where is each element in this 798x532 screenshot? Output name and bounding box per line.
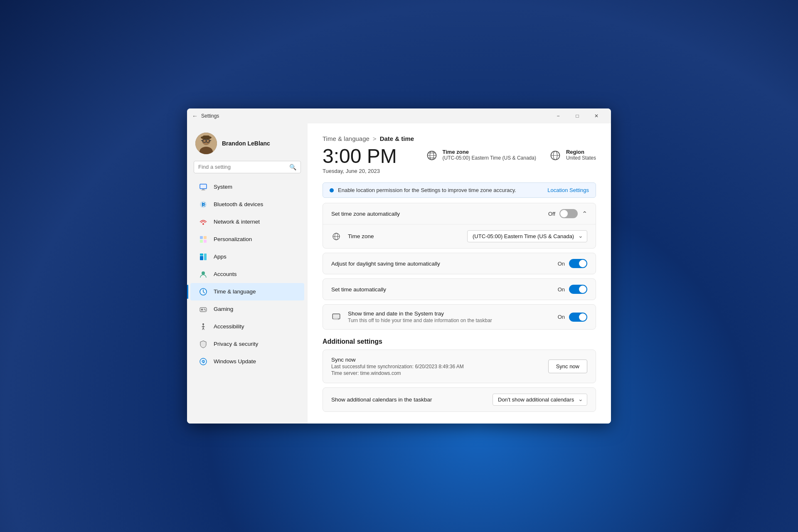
daylight-label: Adjust for daylight saving time automati…: [331, 261, 551, 267]
calendar-select[interactable]: Don't show additional calendars: [493, 394, 587, 406]
system-tray-control: On: [558, 313, 587, 322]
sync-now-button[interactable]: Sync now: [548, 360, 587, 373]
system-tray-toggle[interactable]: [569, 313, 587, 322]
sidebar-item-time-language[interactable]: Time & language: [190, 283, 304, 300]
sidebar-label-accessibility: Accessibility: [214, 323, 244, 330]
sidebar-label-gaming: Gaming: [214, 306, 233, 312]
timezone-select[interactable]: (UTC-05:00) Eastern Time (US & Canada): [467, 230, 587, 242]
sidebar-label-update: Windows Update: [214, 358, 256, 365]
set-time-row: Set time automatically On: [323, 279, 596, 300]
system-tray-icon: [331, 312, 341, 322]
sidebar-label-privacy: Privacy & security: [214, 341, 258, 347]
time-display: 3:00 PM Tuesday, June 20, 2023: [323, 145, 426, 175]
set-time-state: On: [558, 286, 565, 293]
gaming-icon: [199, 305, 208, 314]
system-tray-sublabel: Turn this off to hide your time and date…: [348, 318, 551, 323]
set-time-text: Set time automatically: [331, 286, 551, 293]
set-time-toggle[interactable]: [569, 285, 587, 294]
svg-rect-11: [200, 184, 207, 189]
calendar-row: Show additional calendars in the taskbar…: [323, 387, 596, 412]
back-button[interactable]: ←: [192, 113, 198, 119]
timezone-text: Time zone (UTC-05:00) Eastern Time (US &…: [443, 149, 536, 161]
svg-point-23: [202, 271, 205, 275]
breadcrumb-parent[interactable]: Time & language: [323, 135, 369, 142]
avatar: [195, 133, 217, 154]
svg-point-45: [338, 318, 339, 320]
personalization-icon: [199, 235, 208, 244]
auto-timezone-text: Set time zone automatically: [331, 211, 542, 217]
sidebar-item-accessibility[interactable]: Accessibility: [190, 318, 304, 335]
globe-icon: [426, 150, 438, 161]
sidebar-item-accounts[interactable]: Accounts: [190, 266, 304, 283]
svg-point-15: [202, 223, 204, 225]
bluetooth-icon: [199, 200, 208, 209]
search-input[interactable]: [198, 164, 286, 170]
current-date: Tuesday, June 20, 2023: [323, 168, 426, 174]
system-tray-text: Show time and date in the System tray Tu…: [348, 310, 551, 323]
sidebar-item-system[interactable]: System: [190, 178, 304, 196]
banner-left: Enable location permission for the Setti…: [330, 187, 516, 193]
calendar-dropdown[interactable]: Don't show additional calendars: [493, 394, 587, 406]
region-icon: [549, 150, 561, 161]
maximize-button[interactable]: □: [568, 108, 587, 123]
region-label: Region: [566, 149, 596, 155]
timezone-info-block: Time zone (UTC-05:00) Eastern Time (US &…: [426, 149, 536, 161]
auto-timezone-toggle[interactable]: [559, 209, 578, 218]
svg-rect-12: [202, 189, 204, 190]
svg-line-10: [209, 140, 211, 141]
apps-icon: [199, 252, 208, 261]
banner-dot: [330, 188, 334, 192]
system-icon: [199, 182, 208, 192]
timezone-row-icon: [331, 232, 341, 241]
set-time-label: Set time automatically: [331, 286, 551, 293]
region-text: Region United States: [566, 149, 596, 161]
sidebar-label-accounts: Accounts: [214, 271, 237, 277]
settings-window: ← Settings − □ ✕: [187, 108, 611, 424]
svg-rect-19: [204, 240, 207, 243]
sidebar-item-network[interactable]: Network & internet: [190, 213, 304, 231]
sidebar-item-update[interactable]: Windows Update: [190, 353, 304, 370]
daylight-section: Adjust for daylight saving time automati…: [323, 253, 596, 274]
window-controls: − □ ✕: [549, 108, 606, 123]
daylight-toggle[interactable]: [569, 259, 587, 268]
system-tray-row: Show time and date in the System tray Tu…: [323, 305, 596, 329]
system-tray-section: Show time and date in the System tray Tu…: [323, 304, 596, 330]
sidebar-item-apps[interactable]: Apps: [190, 248, 304, 266]
current-time: 3:00 PM: [323, 145, 426, 167]
svg-point-30: [202, 323, 204, 325]
sync-sub2: Time server: time.windows.com: [331, 370, 542, 376]
sidebar-item-gaming[interactable]: Gaming: [190, 300, 304, 318]
network-icon: [199, 217, 208, 227]
svg-rect-21: [200, 254, 203, 256]
search-box[interactable]: 🔍: [194, 161, 301, 173]
location-settings-link[interactable]: Location Settings: [547, 187, 589, 193]
sidebar-item-privacy[interactable]: Privacy & security: [190, 335, 304, 353]
auto-timezone-row: Set time zone automatically Off ⌃: [323, 203, 596, 224]
timezone-dropdown[interactable]: (UTC-05:00) Eastern Time (US & Canada): [467, 230, 587, 242]
svg-rect-16: [200, 236, 203, 239]
sidebar-label-personalization: Personalization: [214, 236, 252, 242]
timezone-value: (UTC-05:00) Eastern Time (US & Canada): [443, 155, 536, 161]
region-info-block: Region United States: [549, 149, 596, 161]
timezone-row: Time zone (UTC-05:00) Eastern Time (US &…: [323, 224, 596, 248]
system-tray-state: On: [558, 314, 565, 320]
time-header: 3:00 PM Tuesday, June 20, 2023: [323, 145, 596, 175]
svg-point-29: [205, 310, 206, 310]
system-tray-label: Show time and date in the System tray: [348, 310, 551, 317]
set-time-control: On: [558, 285, 587, 294]
accounts-icon: [199, 270, 208, 279]
user-section: Brandon LeBlanc: [187, 128, 308, 161]
timezone-dropdown-wrapper: (UTC-05:00) Eastern Time (US & Canada): [467, 230, 587, 242]
sidebar-item-bluetooth[interactable]: Bluetooth & devices: [190, 196, 304, 213]
sidebar-item-personalization[interactable]: Personalization: [190, 231, 304, 248]
minimize-button[interactable]: −: [549, 108, 568, 123]
window-body: Brandon LeBlanc 🔍 System: [187, 123, 611, 424]
svg-rect-17: [204, 236, 207, 239]
set-time-section: Set time automatically On: [323, 278, 596, 300]
svg-rect-13: [201, 190, 205, 190]
breadcrumb: Time & language > Date & time: [323, 135, 596, 142]
auto-timezone-chevron[interactable]: ⌃: [582, 210, 587, 218]
sidebar-label-network: Network & internet: [214, 219, 260, 225]
close-button[interactable]: ✕: [587, 108, 606, 123]
titlebar: ← Settings − □ ✕: [187, 108, 611, 123]
